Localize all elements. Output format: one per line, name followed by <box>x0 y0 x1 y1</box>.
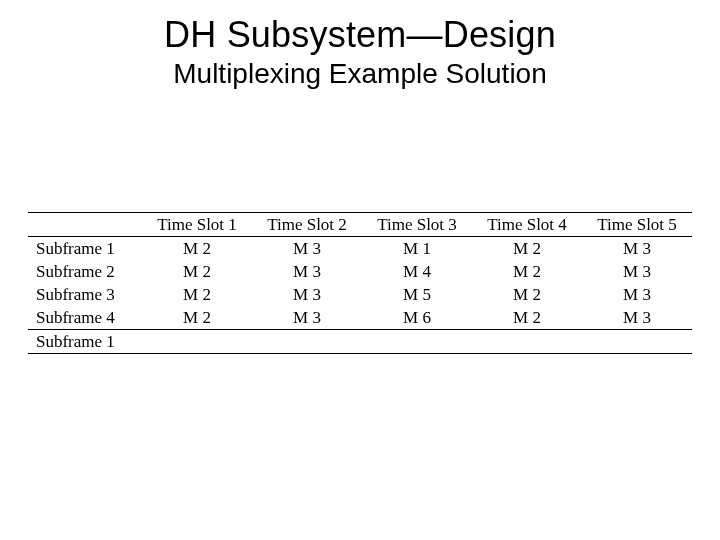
row-label: Subframe 1 <box>28 330 142 354</box>
table-row: Subframe 3 M 2 M 3 M 5 M 2 M 3 <box>28 283 692 306</box>
cell: M 5 <box>362 283 472 306</box>
cell: M 1 <box>362 237 472 261</box>
cell: M 3 <box>582 283 692 306</box>
cell: M 2 <box>472 237 582 261</box>
cell: M 2 <box>472 260 582 283</box>
slide-title: DH Subsystem—Design <box>0 14 720 56</box>
cell: M 2 <box>472 306 582 330</box>
table-header-row: Time Slot 1 Time Slot 2 Time Slot 3 Time… <box>28 213 692 237</box>
cell: M 3 <box>582 260 692 283</box>
cell <box>362 330 472 354</box>
row-label: Subframe 4 <box>28 306 142 330</box>
cell: M 3 <box>252 260 362 283</box>
table-row: Subframe 2 M 2 M 3 M 4 M 2 M 3 <box>28 260 692 283</box>
table-row: Subframe 1 <box>28 330 692 354</box>
cell: M 2 <box>142 260 252 283</box>
cell: M 3 <box>582 237 692 261</box>
cell: M 3 <box>582 306 692 330</box>
slide: DH Subsystem—Design Multiplexing Example… <box>0 14 720 540</box>
row-label: Subframe 1 <box>28 237 142 261</box>
col-slot3: Time Slot 3 <box>362 213 472 237</box>
cell: M 2 <box>142 306 252 330</box>
table-container: Time Slot 1 Time Slot 2 Time Slot 3 Time… <box>28 212 692 354</box>
slide-subtitle: Multiplexing Example Solution <box>0 58 720 90</box>
cell <box>582 330 692 354</box>
col-blank <box>28 213 142 237</box>
cell <box>142 330 252 354</box>
table-row: Subframe 4 M 2 M 3 M 6 M 2 M 3 <box>28 306 692 330</box>
cell: M 3 <box>252 283 362 306</box>
cell: M 2 <box>472 283 582 306</box>
table-row: Subframe 1 M 2 M 3 M 1 M 2 M 3 <box>28 237 692 261</box>
row-label: Subframe 2 <box>28 260 142 283</box>
multiplexing-table: Time Slot 1 Time Slot 2 Time Slot 3 Time… <box>28 213 692 354</box>
col-slot4: Time Slot 4 <box>472 213 582 237</box>
col-slot5: Time Slot 5 <box>582 213 692 237</box>
cell: M 3 <box>252 306 362 330</box>
cell <box>472 330 582 354</box>
cell: M 4 <box>362 260 472 283</box>
col-slot1: Time Slot 1 <box>142 213 252 237</box>
cell: M 6 <box>362 306 472 330</box>
cell <box>252 330 362 354</box>
cell: M 3 <box>252 237 362 261</box>
cell: M 2 <box>142 283 252 306</box>
row-label: Subframe 3 <box>28 283 142 306</box>
col-slot2: Time Slot 2 <box>252 213 362 237</box>
cell: M 2 <box>142 237 252 261</box>
